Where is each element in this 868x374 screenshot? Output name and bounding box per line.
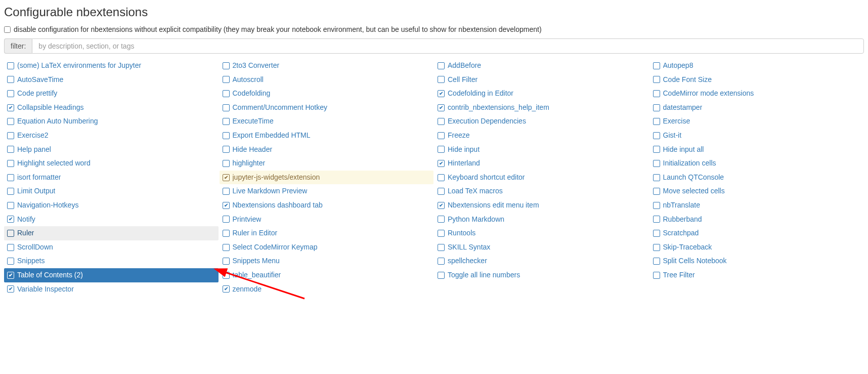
extension-checkbox-icon[interactable] <box>653 104 660 111</box>
extension-checkbox-icon[interactable] <box>7 285 14 293</box>
extension-item[interactable]: Code prettify <box>4 87 219 101</box>
extension-checkbox-icon[interactable] <box>438 258 445 265</box>
extension-item[interactable]: Python Markdown <box>435 213 649 227</box>
extension-item[interactable]: Snippets <box>4 254 219 268</box>
extension-item[interactable]: Runtools <box>435 226 649 240</box>
extension-checkbox-icon[interactable] <box>653 244 660 251</box>
extension-checkbox-icon[interactable] <box>7 244 14 251</box>
extension-checkbox-icon[interactable] <box>438 216 445 223</box>
extension-checkbox-icon[interactable] <box>653 76 660 83</box>
extension-checkbox-icon[interactable] <box>223 244 230 251</box>
filter-input[interactable] <box>32 38 864 54</box>
extension-checkbox-icon[interactable] <box>223 202 230 209</box>
extension-item[interactable]: Select CodeMirror Keymap <box>220 240 434 255</box>
extension-item[interactable]: Help panel <box>4 143 219 157</box>
extension-item[interactable]: Codefolding <box>220 87 434 101</box>
extension-checkbox-icon[interactable] <box>653 216 660 223</box>
extension-checkbox-icon[interactable] <box>438 76 445 83</box>
extension-item[interactable]: Printview <box>220 213 434 227</box>
extension-checkbox-icon[interactable] <box>653 146 660 153</box>
extension-item[interactable]: Launch QTConsole <box>650 171 864 185</box>
extension-item[interactable]: ExecuteTime <box>220 114 434 129</box>
extension-item[interactable]: Gist-it <box>650 129 864 143</box>
extension-checkbox-icon[interactable] <box>223 104 230 111</box>
extension-checkbox-icon[interactable] <box>438 244 445 251</box>
extension-item[interactable]: Hide Header <box>220 143 434 157</box>
extension-item[interactable]: spellchecker <box>435 254 649 268</box>
extension-checkbox-icon[interactable] <box>7 216 14 223</box>
extension-checkbox-icon[interactable] <box>7 76 14 83</box>
extension-item[interactable]: Variable Inspector <box>4 282 219 297</box>
extension-item[interactable]: Autoscroll <box>220 73 434 87</box>
extension-item[interactable]: contrib_nbextensions_help_item <box>435 101 649 115</box>
extension-item[interactable]: Skip-Traceback <box>650 240 864 255</box>
extension-checkbox-icon[interactable] <box>653 188 660 195</box>
extension-checkbox-icon[interactable] <box>438 202 445 209</box>
extension-item[interactable]: Autopep8 <box>650 59 864 73</box>
extension-item[interactable]: Nbextensions dashboard tab <box>220 198 434 213</box>
extension-checkbox-icon[interactable] <box>653 90 660 97</box>
extension-item[interactable]: Hide input all <box>650 143 864 157</box>
extension-item[interactable]: Collapsible Headings <box>4 101 219 115</box>
extension-checkbox-icon[interactable] <box>438 62 445 69</box>
extension-item[interactable]: jupyter-js-widgets/extension <box>220 171 434 185</box>
extension-item[interactable]: Tree Filter <box>650 268 864 282</box>
extension-item[interactable]: nbTranslate <box>650 198 864 213</box>
extension-checkbox-icon[interactable] <box>7 160 14 167</box>
extension-item[interactable]: Snippets Menu <box>220 254 434 268</box>
extension-item[interactable]: Move selected cells <box>650 184 864 198</box>
extension-checkbox-icon[interactable] <box>653 258 660 265</box>
extension-item[interactable]: Codefolding in Editor <box>435 87 649 101</box>
extension-item[interactable]: Code Font Size <box>650 73 864 87</box>
extension-checkbox-icon[interactable] <box>653 132 660 139</box>
extension-item[interactable]: SKILL Syntax <box>435 240 649 255</box>
extension-checkbox-icon[interactable] <box>7 62 14 69</box>
extension-item[interactable]: 2to3 Converter <box>220 59 434 73</box>
extension-checkbox-icon[interactable] <box>438 174 445 181</box>
extension-item[interactable]: Cell Filter <box>435 73 649 87</box>
extension-checkbox-icon[interactable] <box>7 188 14 195</box>
extension-checkbox-icon[interactable] <box>223 258 230 265</box>
extension-checkbox-icon[interactable] <box>438 104 445 111</box>
extension-checkbox-icon[interactable] <box>7 90 14 97</box>
extension-checkbox-icon[interactable] <box>223 118 230 125</box>
extension-item[interactable]: Table of Contents (2) <box>4 268 219 282</box>
extension-item[interactable]: Keyboard shortcut editor <box>435 171 649 185</box>
extension-checkbox-icon[interactable] <box>223 272 230 279</box>
extension-checkbox-icon[interactable] <box>7 104 14 111</box>
extension-item[interactable]: Exercise2 <box>4 129 219 143</box>
extension-item[interactable]: Ruler <box>4 226 219 240</box>
extension-checkbox-icon[interactable] <box>7 132 14 139</box>
extension-checkbox-icon[interactable] <box>7 202 14 209</box>
compat-toggle-row[interactable]: disable configuration for nbextensions w… <box>4 25 864 33</box>
extension-checkbox-icon[interactable] <box>438 160 445 167</box>
extension-item[interactable]: Comment/Uncomment Hotkey <box>220 101 434 115</box>
extension-item[interactable]: ScrollDown <box>4 240 219 255</box>
extension-item[interactable]: Live Markdown Preview <box>220 184 434 198</box>
extension-checkbox-icon[interactable] <box>223 174 230 181</box>
extension-item[interactable]: Initialization cells <box>650 156 864 171</box>
extension-checkbox-icon[interactable] <box>7 258 14 265</box>
compat-checkbox[interactable] <box>4 26 11 33</box>
extension-checkbox-icon[interactable] <box>653 230 660 237</box>
extension-checkbox-icon[interactable] <box>438 132 445 139</box>
extension-checkbox-icon[interactable] <box>653 118 660 125</box>
extension-checkbox-icon[interactable] <box>7 230 14 237</box>
extension-item[interactable]: Ruler in Editor <box>220 226 434 240</box>
extension-item[interactable]: Notify <box>4 213 219 227</box>
extension-checkbox-icon[interactable] <box>223 62 230 69</box>
extension-checkbox-icon[interactable] <box>223 188 230 195</box>
extension-checkbox-icon[interactable] <box>438 230 445 237</box>
extension-checkbox-icon[interactable] <box>438 146 445 153</box>
extension-checkbox-icon[interactable] <box>438 118 445 125</box>
extension-checkbox-icon[interactable] <box>7 272 14 279</box>
extension-checkbox-icon[interactable] <box>7 118 14 125</box>
extension-checkbox-icon[interactable] <box>653 272 660 279</box>
extension-item[interactable]: Hide input <box>435 143 649 157</box>
extension-checkbox-icon[interactable] <box>653 202 660 209</box>
extension-item[interactable]: Nbextensions edit menu item <box>435 198 649 213</box>
extension-item[interactable]: Freeze <box>435 129 649 143</box>
extension-item[interactable]: Limit Output <box>4 184 219 198</box>
extension-item[interactable]: AutoSaveTime <box>4 73 219 87</box>
extension-checkbox-icon[interactable] <box>7 146 14 153</box>
